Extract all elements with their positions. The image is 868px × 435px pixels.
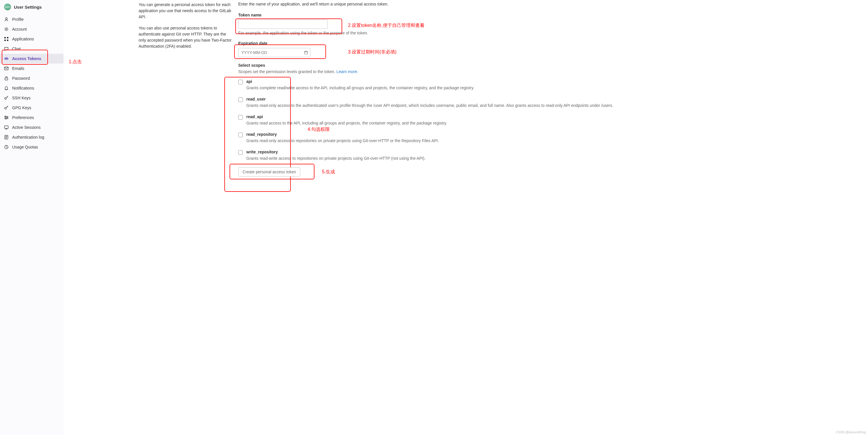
scope-checkbox-read_api[interactable]: [238, 115, 243, 120]
learn-more-link[interactable]: Learn more.: [336, 69, 358, 74]
scope-desc: Grants read-only access to the authentic…: [246, 102, 857, 108]
sidebar-item-label: Access Tokens: [12, 56, 41, 61]
svg-point-8: [6, 58, 7, 59]
sidebar-item-label: SSH Keys: [12, 96, 31, 100]
form-column: Enter the name of your application, and …: [238, 0, 868, 429]
sessions-icon: [4, 125, 9, 130]
description-p1: You can generate a personal access token…: [138, 2, 232, 20]
svg-point-1: [5, 28, 7, 30]
scope-checkbox-write_repository[interactable]: [238, 150, 243, 155]
scope-desc: Grants read-write access to repositories…: [246, 155, 857, 161]
svg-point-0: [5, 18, 7, 19]
svg-rect-2: [4, 37, 6, 38]
svg-point-16: [5, 118, 6, 119]
annotation-text-5: 5.生成: [322, 169, 335, 175]
svg-rect-17: [5, 126, 8, 128]
scope-checkbox-api[interactable]: [238, 80, 243, 84]
scope-name: read_user: [246, 97, 857, 101]
sidebar-header: wan User Settings: [0, 2, 64, 14]
sidebar-item-label: Notifications: [12, 86, 34, 90]
create-group: Create personal access token 5.生成: [238, 167, 857, 177]
scope-item-write_repository: write_repositoryGrants read-write access…: [238, 150, 857, 161]
page-title: User Settings: [14, 5, 42, 9]
scope-desc: Grants read access to the API, including…: [246, 120, 857, 126]
quota-icon: [4, 145, 9, 149]
sidebar-item-authentication-log[interactable]: Authentication log: [0, 132, 64, 142]
sidebar-item-label: Password: [12, 76, 30, 81]
token-name-group: Token name For example, the application …: [238, 13, 857, 35]
annotation-text-3: 3.设置过期时间(非必填): [348, 49, 397, 55]
scope-name: api: [246, 79, 857, 84]
svg-point-9: [7, 58, 7, 59]
annotation-text-2: 2.设置token名称,便于自己管理和查看: [348, 23, 425, 29]
scope-item-read_repository: read_repositoryGrants read-only access t…: [238, 132, 857, 144]
scope-item-read_user: read_userGrants read-only access to the …: [238, 97, 857, 108]
main-content: You can generate a personal access token…: [64, 0, 868, 435]
svg-rect-11: [5, 78, 8, 80]
preferences-icon: [4, 115, 9, 120]
sidebar-item-label: Emails: [12, 66, 24, 71]
bell-icon: [4, 86, 9, 90]
svg-point-7: [5, 58, 6, 59]
svg-point-13: [5, 107, 6, 109]
chat-icon: [4, 46, 9, 51]
scope-checkbox-read_repository[interactable]: [238, 132, 243, 137]
sidebar-item-notifications[interactable]: Notifications: [0, 83, 64, 93]
scope-desc: Grants complete read/write access to the…: [246, 85, 857, 91]
svg-rect-4: [4, 39, 6, 41]
sidebar-item-account[interactable]: Account: [0, 24, 64, 34]
scope-name: read_repository: [246, 132, 857, 136]
sidebar-item-password[interactable]: Password: [0, 73, 64, 83]
profile-icon: [4, 17, 9, 22]
sidebar-item-applications[interactable]: Applications: [0, 34, 64, 44]
key-icon: [4, 96, 9, 100]
email-icon: [4, 66, 9, 71]
svg-rect-5: [7, 39, 8, 41]
sidebar-item-label: Authentication log: [12, 135, 44, 139]
sidebar: wan User Settings ProfileAccountApplicat…: [0, 0, 64, 435]
token-icon: [4, 56, 9, 61]
scopes-title: Select scopes: [238, 63, 857, 68]
sidebar-item-gpg-keys[interactable]: GPG Keys: [0, 103, 64, 113]
scope-name: write_repository: [246, 150, 857, 154]
sidebar-item-label: Active Sessions: [12, 125, 41, 130]
sidebar-item-usage-quotas[interactable]: Usage Quotas: [0, 142, 64, 152]
sidebar-item-label: Applications: [12, 37, 34, 41]
expiration-group: Expiration date 3.设置过期时间(非必填): [238, 41, 857, 57]
sidebar-item-label: GPG Keys: [12, 105, 31, 110]
lock-icon: [4, 76, 9, 81]
sidebar-item-active-sessions[interactable]: Active Sessions: [0, 122, 64, 132]
svg-point-14: [5, 116, 6, 117]
svg-rect-3: [7, 37, 8, 38]
sidebar-item-label: Usage Quotas: [12, 145, 38, 149]
form-intro: Enter the name of your application, and …: [238, 2, 857, 6]
annotation-text-4: 4.勾选权限: [308, 126, 330, 132]
scopes-group: Select scopes Scopes set the permission …: [238, 63, 857, 161]
sidebar-item-profile[interactable]: Profile: [0, 14, 64, 24]
scope-desc: Grants read-only access to repositories …: [246, 138, 857, 144]
scope-name: read_api: [246, 114, 857, 119]
sidebar-item-chat[interactable]: Chat: [0, 44, 64, 54]
sidebar-item-ssh-keys[interactable]: SSH Keys: [0, 93, 64, 103]
annotation-text-1: 1.点击: [69, 59, 82, 65]
sidebar-item-label: Chat: [12, 46, 21, 51]
create-token-button[interactable]: Create personal access token: [238, 167, 300, 177]
account-icon: [4, 27, 9, 31]
log-icon: [4, 135, 9, 139]
svg-point-12: [5, 98, 6, 99]
token-name-input[interactable]: [238, 20, 328, 29]
key-icon: [4, 105, 9, 110]
token-name-label: Token name: [238, 13, 857, 17]
expiration-input[interactable]: [238, 48, 310, 57]
sidebar-item-label: Preferences: [12, 115, 34, 120]
sidebar-item-preferences[interactable]: Preferences: [0, 113, 64, 122]
scope-checkbox-read_user[interactable]: [238, 97, 243, 102]
expiration-label: Expiration date: [238, 41, 857, 45]
sidebar-item-label: Profile: [12, 17, 24, 22]
sidebar-item-access-tokens[interactable]: Access Tokens: [0, 54, 64, 64]
watermark: CSDN @AscendKing: [836, 430, 866, 434]
sidebar-item-label: Account: [12, 27, 27, 31]
sidebar-item-emails[interactable]: Emails: [0, 64, 64, 73]
scopes-hint: Scopes set the permission levels granted…: [238, 69, 857, 74]
scope-item-api: apiGrants complete read/write access to …: [238, 79, 857, 91]
